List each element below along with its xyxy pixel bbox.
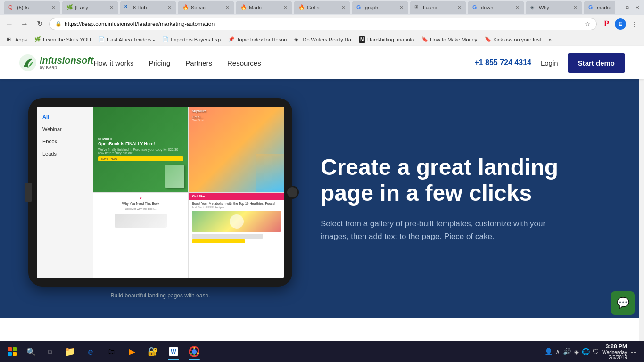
hero-section: All Webinar Ebook Leads UCWRITE OpenBook…	[0, 79, 644, 318]
site-logo[interactable]: Infusionsoft by Keap	[19, 54, 93, 72]
bookmark-topic[interactable]: 📌 Topic Index for Resou	[225, 35, 289, 44]
tab-7[interactable]: G graph ✕	[352, 1, 408, 14]
bookmark-writers[interactable]: ◈ Do Writers Really Ha	[291, 35, 354, 44]
taskbar-app-edge[interactable]: e	[81, 342, 100, 361]
bookmark-icon-learn: 🌿	[34, 36, 41, 43]
tab-close-3[interactable]: ✕	[167, 5, 172, 11]
chat-button[interactable]: 💬	[611, 291, 635, 315]
logo-infusionsoft-text: Infusionsoft	[40, 56, 93, 65]
system-clock[interactable]: 3:28 PM Wednesday 2/6/2019	[602, 343, 627, 360]
tablet-home-button	[286, 186, 299, 199]
tab-9[interactable]: G down ✕	[468, 1, 524, 14]
page-scrollbar[interactable]: ▼	[639, 51, 644, 353]
bookmark-learn[interactable]: 🌿 Learn the Skills YOU	[32, 35, 94, 44]
panel-food-header: KickStart	[189, 193, 284, 200]
tablet-device: All Webinar Ebook Leads UCWRITE OpenBook…	[28, 98, 292, 287]
taskbar-app-vpn[interactable]: 🔐	[143, 342, 162, 361]
tab-close-1[interactable]: ✕	[51, 5, 56, 11]
panel-food-title-text: Boost Your Metabolism with the Top 10 He…	[192, 202, 281, 205]
taskbar-app-vlc[interactable]: ▶	[123, 342, 141, 361]
browser-chrome: Q (5) Is ✕ 🌿 [Early ✕ 8 8 Hub ✕ 🔥 Servic…	[0, 0, 644, 318]
notification-center-icon[interactable]: 🗨	[630, 348, 636, 355]
file-explorer-icon: 📁	[64, 346, 76, 357]
tab-10[interactable]: ◈ Why ✕	[526, 1, 582, 14]
bookmark-money[interactable]: 🔖 How to Make Money	[419, 35, 480, 44]
tab-1[interactable]: Q (5) Is ✕	[4, 1, 60, 14]
tab-close-8[interactable]: ✕	[457, 5, 462, 11]
tab-11[interactable]: G marke ✕	[584, 1, 615, 14]
tab-3[interactable]: 8 8 Hub ✕	[120, 1, 176, 14]
tablet-content-grid: UCWRITE OpenBook Is FINALLY Here! We've …	[93, 107, 284, 278]
refresh-button[interactable]: ↻	[34, 18, 45, 30]
taskbar: 🔍 ⧉ 📁 e 🗂 ▶ 🔐 W 👤 ∧ 🔊 ◈	[0, 341, 644, 362]
tab-4[interactable]: 🔥 Servic ✕	[178, 1, 234, 14]
tab-close-9[interactable]: ✕	[515, 5, 520, 11]
taskbar-app-explorer2[interactable]: 🗂	[102, 342, 121, 361]
tablet-panel-sunset: SupaHire Get S... One Busi...	[189, 107, 284, 192]
profile-avatar[interactable]: E	[615, 18, 626, 30]
nav-link-partners[interactable]: Partners	[185, 59, 212, 67]
menu-icon[interactable]: ⋮	[629, 18, 640, 30]
taskbar-app-chrome[interactable]	[185, 342, 204, 361]
tablet-screen: All Webinar Ebook Leads UCWRITE OpenBook…	[37, 107, 284, 278]
nav-link-how-it-works[interactable]: How it works	[93, 59, 133, 67]
tab-8[interactable]: ⊞ Launc ✕	[410, 1, 466, 14]
tab-close-5[interactable]: ✕	[283, 5, 288, 11]
bookmark-star-icon[interactable]: ☆	[585, 20, 591, 28]
task-view-button[interactable]: ⧉	[41, 343, 58, 360]
login-button[interactable]: Login	[541, 59, 558, 67]
bookmark-east-africa[interactable]: 📄 East Africa Tenders -	[96, 35, 157, 44]
tablet-sidebar-all: All	[37, 111, 93, 123]
pinterest-icon[interactable]: 𝐏	[601, 18, 612, 30]
panel-openbook-sub: We've finally finished it! Purchase your…	[98, 148, 183, 155]
bookmark-kickass-label: Kick ass on your first	[493, 37, 541, 42]
nav-link-resources[interactable]: Resources	[227, 59, 261, 67]
taskbar-app-file-explorer[interactable]: 📁	[60, 342, 79, 361]
tab-6[interactable]: 🔥 Get si ✕	[294, 1, 350, 14]
tab-2[interactable]: 🌿 [Early ✕	[62, 1, 118, 14]
tab-close-10[interactable]: ✕	[573, 5, 578, 11]
forward-button[interactable]: →	[19, 18, 30, 30]
people-icon[interactable]: 👤	[545, 348, 553, 355]
lock-icon: 🔒	[55, 21, 62, 27]
nav-link-pricing[interactable]: Pricing	[149, 59, 170, 67]
hero-image-caption: Build beautiful landing pages with ease.	[28, 292, 292, 299]
close-button[interactable]: ✕	[634, 4, 640, 11]
bookmark-kickass[interactable]: 🔖 Kick ass on your first	[482, 35, 544, 44]
system-tray: 👤 ∧ 🔊 ◈ 🌐 🛡 3:28 PM Wednesday 2/6/2019 🗨	[545, 343, 640, 360]
start-demo-button[interactable]: Start demo	[568, 53, 625, 73]
bookmark-hardhitting[interactable]: M Hard-hitting unapolo	[356, 35, 417, 44]
dropbox-icon[interactable]: ◈	[574, 348, 579, 355]
volume-icon[interactable]: 🔊	[563, 348, 571, 355]
tablet-panel-food: KickStart Boost Your Metabolism with the…	[189, 193, 284, 278]
clock-date-full: 2/6/2019	[602, 355, 627, 360]
tab-close-2[interactable]: ✕	[109, 5, 114, 11]
bookmark-apps[interactable]: ⊞ Apps	[4, 35, 30, 44]
edge-browser-icon: e	[88, 346, 93, 357]
url-input[interactable]: 🔒 https://keap.com/infusionsoft/features…	[49, 18, 597, 30]
taskbar-app-word[interactable]: W	[164, 342, 183, 361]
maximize-button[interactable]: ⧉	[624, 4, 631, 11]
bookmarks-more-button[interactable]: »	[546, 36, 554, 43]
up-arrow-icon[interactable]: ∧	[555, 348, 560, 355]
tablet-sidebar-leads: Leads	[37, 148, 93, 159]
address-bar: ← → ↻ 🔒 https://keap.com/infusionsoft/fe…	[0, 15, 644, 33]
task-view-icon: ⧉	[48, 348, 52, 356]
tab-close-6[interactable]: ✕	[341, 5, 346, 11]
back-button[interactable]: ←	[4, 18, 15, 30]
start-button[interactable]	[4, 343, 21, 360]
tablet-panel-openbook: UCWRITE OpenBook Is FINALLY Here! We've …	[93, 107, 188, 192]
bookmark-hardhitting-label: Hard-hitting unapolo	[367, 37, 414, 42]
bookmark-importers[interactable]: 📄 Importers Buyers Exp	[159, 35, 223, 44]
taskbar-search-button[interactable]: 🔍	[23, 343, 40, 360]
tab-5[interactable]: 🔥 Marki ✕	[236, 1, 292, 14]
website-content: Infusionsoft by Keap How it works Pricin…	[0, 46, 644, 318]
minimize-button[interactable]: —	[615, 4, 621, 11]
antivirus-icon[interactable]: 🛡	[593, 348, 599, 355]
chrome-icon	[189, 346, 199, 357]
tab-close-4[interactable]: ✕	[225, 5, 230, 11]
tab-close-7[interactable]: ✕	[399, 5, 404, 11]
tablet-panel-book: ♥ Why You Need This Book Discover why th…	[93, 193, 188, 278]
network-icon[interactable]: 🌐	[582, 348, 590, 355]
hero-text-content: Create a great landing page in a few cli…	[321, 154, 616, 243]
